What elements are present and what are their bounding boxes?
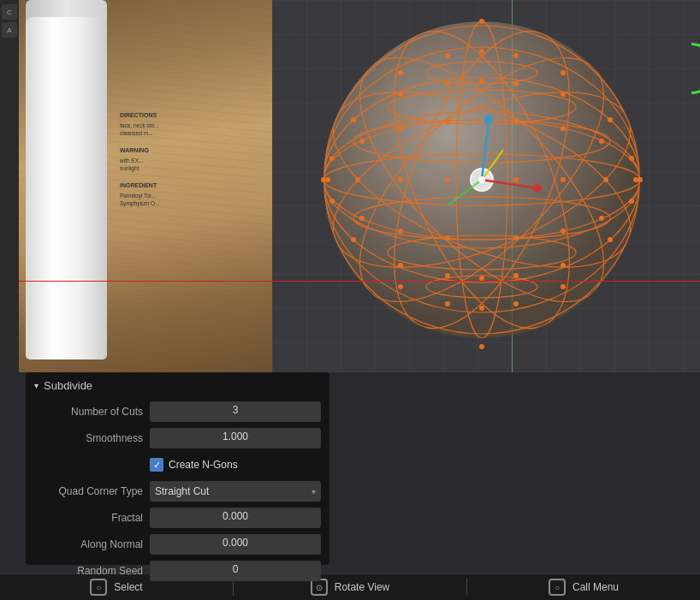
- ngons-checkbox[interactable]: ✓: [150, 458, 163, 472]
- svg-point-69: [398, 284, 403, 289]
- svg-point-53: [633, 177, 638, 182]
- svg-point-48: [398, 177, 403, 182]
- svg-point-55: [359, 216, 365, 221]
- svg-point-21: [479, 19, 484, 24]
- ngons-row: ✓ Create N-Gons: [34, 454, 321, 476]
- svg-point-67: [561, 263, 566, 268]
- photo-area: DIRECTIONS face, neck sto... cleansed m.…: [17, 0, 274, 372]
- fractal-row: Fractal 0.000: [34, 507, 321, 529]
- svg-point-70: [445, 301, 450, 306]
- svg-point-56: [398, 229, 403, 234]
- svg-point-46: [325, 177, 330, 182]
- subdivide-panel: ▾ Subdivide Number of Cuts 3 Smoothness …: [26, 372, 329, 565]
- svg-point-64: [445, 273, 450, 278]
- svg-point-22: [479, 344, 484, 349]
- svg-point-52: [603, 177, 608, 182]
- cuts-label: Number of Cuts: [34, 406, 150, 418]
- check-icon: ✓: [153, 460, 161, 471]
- svg-point-36: [561, 92, 566, 97]
- svg-point-29: [513, 53, 519, 58]
- fractal-label: Fractal: [34, 512, 150, 524]
- rmb-icon: ○: [549, 579, 566, 596]
- bottle: [26, 17, 107, 359]
- svg-point-50: [513, 177, 519, 182]
- svg-point-59: [561, 229, 566, 234]
- svg-point-47: [355, 177, 360, 182]
- svg-point-37: [608, 117, 613, 122]
- callmenu-section: ○ Call Menu: [467, 579, 700, 596]
- svg-point-34: [479, 79, 484, 84]
- sphere-svg: [298, 9, 674, 372]
- svg-point-38: [329, 156, 335, 161]
- svg-point-66: [513, 273, 519, 278]
- rotate-label: Rotate View: [335, 581, 389, 593]
- svg-point-51: [561, 177, 566, 182]
- random-seed-row: Random Seed 0: [34, 560, 321, 582]
- ngons-label: Create N-Gons: [169, 459, 238, 471]
- dropdown-arrow-icon: ▾: [311, 487, 316, 496]
- svg-point-58: [513, 235, 519, 241]
- panel-title: Subdivide: [44, 379, 92, 392]
- svg-point-33: [445, 81, 450, 86]
- svg-point-68: [608, 237, 613, 242]
- cuts-row: Number of Cuts 3: [34, 401, 321, 423]
- along-normal-label: Along Normal: [34, 538, 150, 550]
- svg-point-43: [561, 126, 566, 131]
- toolbar-btn-2[interactable]: A: [2, 22, 17, 38]
- svg-point-28: [479, 49, 484, 54]
- select-label: Select: [114, 581, 142, 593]
- green-cursor-bracket: [691, 43, 700, 94]
- svg-point-27: [445, 53, 450, 58]
- svg-point-31: [351, 117, 356, 122]
- svg-point-32: [398, 92, 403, 97]
- product-label: DIRECTIONS face, neck sto... cleansed m.…: [120, 111, 160, 207]
- svg-point-45: [629, 156, 634, 161]
- quad-corner-row: Quad Corner Type Straight Cut ▾: [34, 480, 321, 502]
- random-seed-input[interactable]: 0: [150, 561, 321, 581]
- smoothness-label: Smoothness: [34, 432, 150, 444]
- svg-point-42: [513, 119, 519, 124]
- quad-corner-value: Straight Cut: [155, 485, 209, 497]
- panel-header: ▾ Subdivide: [34, 379, 321, 392]
- svg-point-63: [398, 263, 403, 268]
- svg-point-26: [398, 70, 403, 75]
- smoothness-input[interactable]: 1.000: [150, 428, 321, 449]
- svg-point-81: [484, 116, 493, 124]
- quad-corner-dropdown[interactable]: Straight Cut ▾: [150, 481, 321, 502]
- cuts-input[interactable]: 3: [150, 401, 321, 422]
- random-seed-label: Random Seed: [34, 565, 150, 577]
- chevron-icon[interactable]: ▾: [34, 381, 39, 390]
- svg-point-39: [359, 139, 365, 144]
- left-toolbar: C A: [0, 0, 19, 372]
- svg-point-54: [329, 199, 335, 204]
- svg-point-62: [351, 237, 356, 242]
- svg-point-71: [479, 306, 484, 311]
- svg-point-30: [561, 70, 566, 75]
- quad-corner-label: Quad Corner Type: [34, 485, 150, 497]
- svg-point-61: [629, 199, 634, 204]
- callmenu-label: Call Menu: [572, 581, 619, 593]
- toolbar-btn-1[interactable]: C: [2, 4, 17, 20]
- sphere-area: [272, 0, 700, 372]
- fractal-input[interactable]: 0.000: [150, 508, 321, 528]
- svg-point-44: [599, 139, 604, 144]
- svg-point-82: [478, 176, 485, 183]
- svg-point-40: [398, 126, 403, 131]
- sphere-container: [298, 9, 674, 372]
- red-line: [0, 281, 700, 282]
- svg-point-35: [513, 81, 519, 86]
- svg-point-60: [599, 216, 604, 221]
- along-normal-row: Along Normal 0.000: [34, 533, 321, 555]
- svg-point-49: [445, 177, 450, 182]
- svg-point-57: [445, 235, 450, 241]
- svg-point-80: [533, 184, 542, 193]
- svg-point-41: [445, 119, 450, 124]
- svg-point-73: [561, 284, 566, 289]
- smoothness-row: Smoothness 1.000: [34, 427, 321, 449]
- along-normal-input[interactable]: 0.000: [150, 534, 321, 555]
- svg-point-72: [513, 301, 519, 306]
